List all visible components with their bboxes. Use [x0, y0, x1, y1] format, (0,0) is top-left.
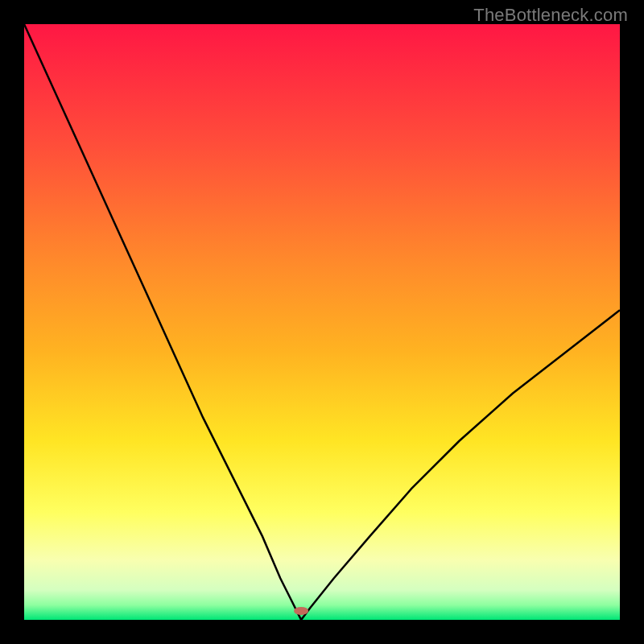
- gradient-background: [24, 24, 620, 620]
- chart-area: [24, 24, 620, 620]
- marker-dot: [294, 607, 308, 615]
- watermark-text: TheBottleneck.com: [473, 5, 628, 26]
- chart-svg: [24, 24, 620, 620]
